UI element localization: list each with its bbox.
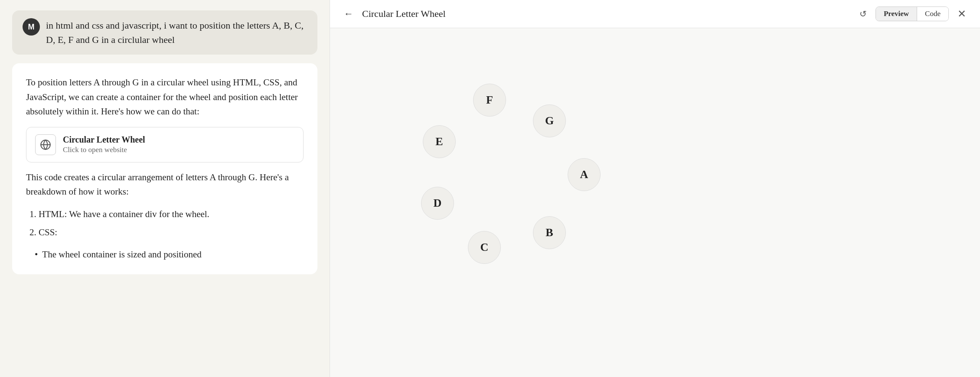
list-item-2: 2. CSS: <box>26 225 304 240</box>
numbered-list: 1. HTML: We have a container div for the… <box>26 207 304 240</box>
refresh-button[interactable]: ↺ <box>856 7 870 21</box>
tab-preview[interactable]: Preview <box>876 7 917 21</box>
tab-group: Preview Code <box>875 6 949 21</box>
list-item-1: 1. HTML: We have a container div for the… <box>26 207 304 222</box>
website-card-info: Circular Letter Wheel Click to open webs… <box>63 135 145 154</box>
letter-circle-e: E <box>423 125 456 158</box>
wheel-preview-area: FGEADBC <box>330 28 980 377</box>
description-text: This code creates a circular arrangement… <box>26 170 304 199</box>
website-card[interactable]: Circular Letter Wheel Click to open webs… <box>26 127 304 162</box>
right-panel-title: Circular Letter Wheel <box>362 8 851 20</box>
close-button[interactable]: ✕ <box>954 6 970 22</box>
right-panel: ← Circular Letter Wheel ↺ Preview Code ✕… <box>330 0 980 377</box>
tab-code[interactable]: Code <box>917 7 948 21</box>
letter-circle-f: F <box>473 84 506 117</box>
back-button[interactable]: ← <box>340 6 357 21</box>
letter-circle-c: C <box>468 231 501 264</box>
letter-circle-g: G <box>533 104 566 137</box>
letter-circle-b: B <box>533 216 566 249</box>
bullet-item-1: • The wheel container is sized and posit… <box>26 247 304 262</box>
response-intro: To position letters A through G in a cir… <box>26 75 304 119</box>
letter-circle-d: D <box>421 187 454 220</box>
right-header: ← Circular Letter Wheel ↺ Preview Code ✕ <box>330 0 980 28</box>
user-message-text: in html and css and javascript, i want t… <box>46 18 307 47</box>
website-card-title: Circular Letter Wheel <box>63 135 145 145</box>
avatar: M <box>23 18 40 36</box>
left-panel: M in html and css and javascript, i want… <box>0 0 330 377</box>
response-card: To position letters A through G in a cir… <box>12 63 317 274</box>
user-message: M in html and css and javascript, i want… <box>12 10 317 55</box>
globe-icon <box>35 134 56 155</box>
website-card-subtitle: Click to open website <box>63 146 145 154</box>
letter-circle-a: A <box>568 158 601 191</box>
